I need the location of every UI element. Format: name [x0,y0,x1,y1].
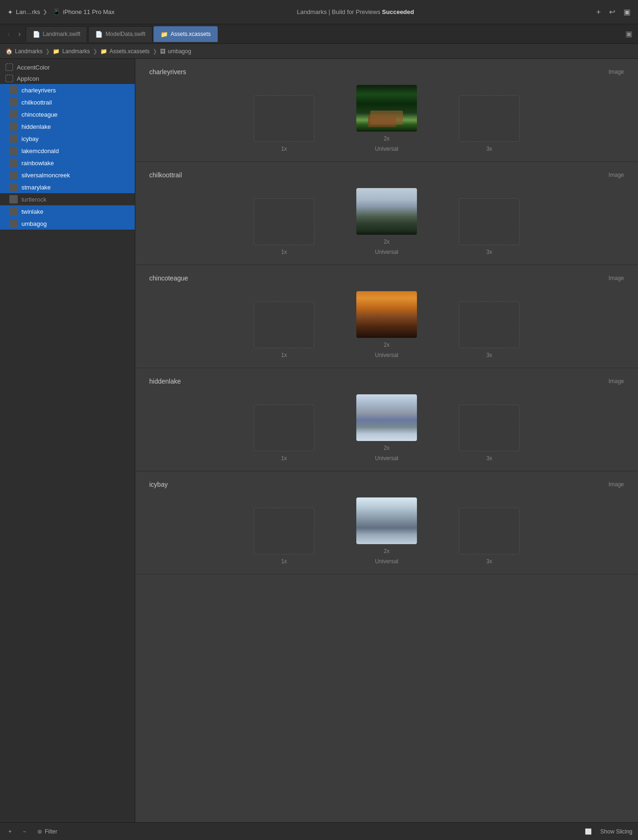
breadcrumb-umbagog[interactable]: 🖼 umbagog [160,48,191,55]
title-bar: ✦ Lan…rks ❯ 📱 iPhone 11 Pro Max Landmark… [0,0,638,24]
sidebar-item-umbagog[interactable]: umbagog [0,217,135,230]
sidebar-item-stmarylake[interactable]: stmarylake [0,181,135,193]
hiddenlake-label: hiddenlake [21,123,51,130]
sidebar-item-appicon[interactable]: AppIcon [0,73,135,84]
slot-label-charleyrivers-3x: 3x [486,146,492,152]
toolbar-icons: + ↩ ▣ [596,7,631,16]
slot-icybay-1x[interactable]: 1x [233,508,335,565]
asset-section-header-hiddenlake: hiddenlake Image [149,378,624,385]
tab-bar: ‹ › 📄 Landmark.swift 📄 ModelData.swift 📁… [0,24,638,44]
add-scheme-icon[interactable]: + [596,8,601,16]
device-name-label: iPhone 11 Pro Max [63,8,115,15]
stmarylake-thumb [9,183,18,191]
breadcrumb-landmarks-root[interactable]: 🏠 Landmarks [6,48,42,55]
bc-landmarks-root-label: Landmarks [15,48,42,55]
asset-type-hiddenlake: Image [609,378,624,385]
slot-label-chilkoottrail-3x: 3x [486,249,492,255]
slot-hiddenlake-3x[interactable]: 3x [438,405,541,462]
project-name-group: ✦ Lan…rks ❯ [7,8,47,16]
asset-section-header-icybay: icybay Image [149,481,624,488]
tab-landmark-icon: 📄 [33,31,40,38]
tab-landmark-label: Landmark.swift [43,31,81,37]
slot-charleyrivers-1x[interactable]: 1x [233,95,335,152]
slot-box-charleyrivers-1x [254,95,314,142]
sidebar-item-icybay[interactable]: icybay [0,133,135,145]
asset-content-area: charleyrivers Image 1x 2x Universal [135,59,638,822]
slot-label-charleyrivers-2x: 2x [384,135,390,142]
main-layout: AccentColor AppIcon charleyrivers chilko… [0,59,638,822]
slot-hiddenlake-2x[interactable]: 2x Universal [335,394,438,462]
device-icon: 📱 [53,8,60,15]
rainbowlake-label: rainbowlake [21,160,54,167]
bc-landmarks-root-icon: 🏠 [6,48,13,55]
sidebar-item-hiddenlake[interactable]: hiddenlake [0,120,135,133]
layout-toggle-icon[interactable]: ▣ [624,7,631,16]
slot-charleyrivers-3x[interactable]: 3x [438,95,541,152]
img-chilkoottrail [356,188,417,235]
img-hiddenlake [356,394,417,441]
slot-chincoteague-1x[interactable]: 1x [233,301,335,358]
slot-box-hiddenlake-3x [459,405,520,451]
device-name-group[interactable]: 📱 iPhone 11 Pro Max [53,8,115,15]
return-icon[interactable]: ↩ [609,7,615,16]
slot-charleyrivers-2x[interactable]: 2x Universal [335,85,438,152]
editor-layout-button[interactable]: ▣ [624,28,634,40]
sidebar-item-lakemcdonald[interactable]: lakemcdonald [0,145,135,157]
add-asset-button[interactable]: + [6,826,14,837]
asset-slots-icybay: 1x 2x Universal 3x [149,497,624,565]
asset-section-charleyrivers: charleyrivers Image 1x 2x Universal [135,59,638,162]
asset-type-charleyrivers: Image [609,69,624,75]
bc-assets-folder-icon: 📁 [100,48,107,55]
asset-section-chincoteague: chincoteague Image 1x 2x Universal 3 [135,265,638,368]
tab-modeldata-swift[interactable]: 📄 ModelData.swift [88,26,152,42]
breadcrumb-landmarks-folder[interactable]: 📁 Landmarks [53,48,90,55]
sidebar-item-chincoteague[interactable]: chincoteague [0,108,135,120]
slot-label-hiddenlake-3x: 3x [486,455,492,462]
share-icon: ⬜ [585,828,592,835]
filter-label: Filter [45,828,57,835]
slot-chilkoottrail-3x[interactable]: 3x [438,198,541,255]
slot-label-chilkoottrail-2x: 2x [384,238,390,245]
slot-chilkoottrail-1x[interactable]: 1x [233,198,335,255]
sidebar-item-silversalmoncreek[interactable]: silversalmoncreek [0,169,135,181]
sidebar-item-twinlake[interactable]: twinlake [0,205,135,217]
slot-chilkoottrail-2x[interactable]: 2x Universal [335,188,438,255]
slot-box-icybay-1x [254,508,314,554]
slot-icybay-3x[interactable]: 3x [438,508,541,565]
slot-chincoteague-3x[interactable]: 3x [438,301,541,358]
turtlerock-label: turtlerock [21,196,46,203]
show-slicing-button[interactable]: Show Slicing [600,828,632,835]
slot-hiddenlake-1x[interactable]: 1x [233,405,335,462]
breadcrumb-assets-folder[interactable]: 📁 Assets.xcassets [100,48,150,55]
bottom-bar: + − ⊜ Filter ⬜ Show Slicing [0,822,638,840]
forward-button[interactable]: › [14,28,24,40]
remove-asset-button[interactable]: − [20,826,29,837]
stmarylake-label: stmarylake [21,184,51,191]
sidebar-item-charleyrivers[interactable]: charleyrivers [0,84,135,96]
share-button[interactable]: ⬜ [582,826,595,837]
sidebar-item-accentcolor[interactable]: AccentColor [0,62,135,73]
lakemcdonald-label: lakemcdonald [21,147,59,154]
filter-button[interactable]: ⊜ Filter [35,826,60,837]
slot-label-hiddenlake-2x: 2x [384,445,390,451]
asset-name-chincoteague: chincoteague [149,274,188,282]
slot-chincoteague-2x[interactable]: 2x Universal [335,291,438,358]
sidebar-item-turtlerock[interactable]: turtlerock [0,193,135,205]
asset-name-chilkoottrail: chilkoottrail [149,171,182,179]
asset-name-charleyrivers: charleyrivers [149,68,186,76]
bc-umbagog-label: umbagog [168,48,191,55]
sidebar-item-rainbowlake[interactable]: rainbowlake [0,157,135,169]
slot-sublabel-charleyrivers-2x: Universal [375,146,398,152]
icybay-thumb [9,134,18,143]
slot-icybay-2x[interactable]: 2x Universal [335,497,438,565]
tab-assets-xcassets[interactable]: 📁 Assets.xcassets [153,26,218,42]
bc-sep-1: ❯ [45,48,50,55]
asset-section-icybay: icybay Image 1x 2x Universal 3x [135,471,638,574]
sidebar-item-chilkoottrail[interactable]: chilkoottrail [0,96,135,108]
asset-name-icybay: icybay [149,481,168,488]
chilkoottrail-label: chilkoottrail [21,99,52,106]
breadcrumb: 🏠 Landmarks ❯ 📁 Landmarks ❯ 📁 Assets.xca… [0,44,638,59]
tab-landmark-swift[interactable]: 📄 Landmark.swift [26,26,88,42]
icybay-label: icybay [21,135,39,142]
back-button[interactable]: ‹ [4,28,14,40]
